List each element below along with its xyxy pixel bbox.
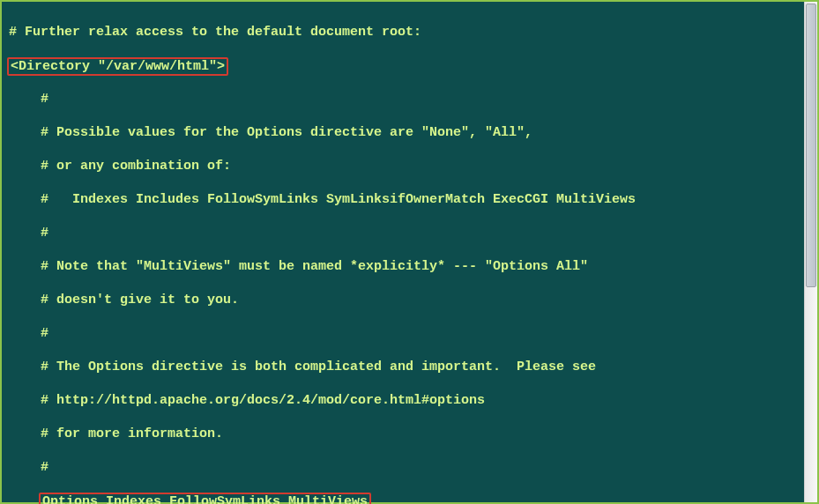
code-line: # Further relax access to the default do…: [9, 24, 798, 41]
highlight-options-line: Options Indexes FollowSymLinks MultiView…: [39, 493, 371, 504]
code-line: #: [9, 459, 798, 476]
indent: [9, 494, 41, 504]
code-line: # Indexes Includes FollowSymLinks SymLin…: [9, 191, 798, 208]
code-line: #: [9, 325, 798, 342]
code-line: # Note that "MultiViews" must be named *…: [9, 258, 798, 275]
highlight-directory-open: <Directory "/var/www/html">: [7, 57, 228, 76]
code-line: # doesn't give it to you.: [9, 292, 798, 308]
code-line: # http://httpd.apache.org/docs/2.4/mod/c…: [9, 392, 798, 409]
code-line: <Directory "/var/www/html">: [9, 57, 798, 74]
editor-content[interactable]: # Further relax access to the default do…: [4, 4, 803, 500]
code-line: # or any combination of:: [9, 158, 798, 174]
scrollbar-thumb[interactable]: [806, 4, 816, 287]
code-line: # for more information.: [9, 426, 798, 442]
code-line: #: [9, 91, 798, 107]
vertical-scrollbar[interactable]: [804, 2, 817, 502]
code-line: # Possible values for the Options direct…: [9, 124, 798, 141]
code-line: # The Options directive is both complica…: [9, 359, 798, 375]
terminal-editor-window: # Further relax access to the default do…: [0, 0, 819, 504]
code-line: #: [9, 225, 798, 241]
code-line: Options Indexes FollowSymLinks MultiView…: [9, 493, 798, 504]
